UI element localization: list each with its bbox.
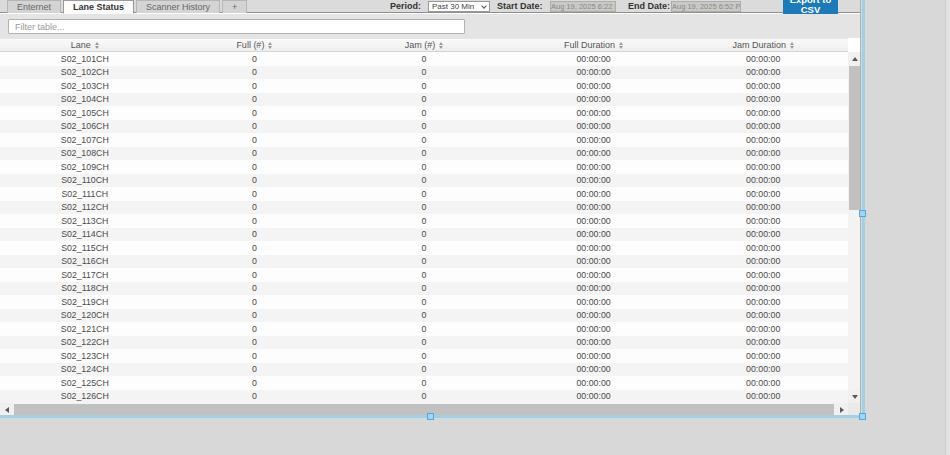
scroll-up-button[interactable]: [848, 52, 861, 65]
cell-full-duration: 00:00:00: [509, 216, 679, 226]
cell-jam-duration: 00:00:00: [678, 351, 848, 361]
table-row[interactable]: S02_109CH0000:00:0000:00:00: [0, 160, 848, 174]
table-row[interactable]: S02_105CH0000:00:0000:00:00: [0, 106, 848, 120]
cell-full-duration: 00:00:00: [509, 310, 679, 320]
horizontal-scrollbar-thumb[interactable]: [14, 404, 834, 415]
cell-lane: S02_109CH: [0, 162, 170, 172]
cell-jam: 0: [339, 189, 509, 199]
cell-jam-duration: 00:00:00: [678, 94, 848, 104]
table-row[interactable]: S02_120CH0000:00:0000:00:00: [0, 309, 848, 323]
cell-jam: 0: [339, 337, 509, 347]
period-select[interactable]: Past 30 Min: [428, 1, 490, 12]
export-csv-button[interactable]: Export to CSV: [783, 0, 838, 15]
table-row[interactable]: S02_125CH0000:00:0000:00:00: [0, 376, 848, 390]
table-row[interactable]: S02_122CH0000:00:0000:00:00: [0, 336, 848, 350]
column-header-lane[interactable]: Lane: [0, 39, 170, 51]
cell-lane: S02_116CH: [0, 256, 170, 266]
cell-jam-duration: 00:00:00: [678, 162, 848, 172]
scroll-down-button[interactable]: [848, 390, 861, 403]
table-row[interactable]: S02_126CH0000:00:0000:00:00: [0, 390, 848, 404]
cell-full: 0: [170, 162, 340, 172]
filter-toolbar: [0, 14, 860, 38]
column-header-jam-duration[interactable]: Jam Duration: [678, 39, 848, 51]
filter-table-input[interactable]: [8, 19, 465, 34]
cell-jam: 0: [339, 67, 509, 77]
cell-full-duration: 00:00:00: [509, 108, 679, 118]
table-row[interactable]: S02_114CH0000:00:0000:00:00: [0, 228, 848, 242]
column-header-jam[interactable]: Jam (#): [339, 39, 509, 51]
cell-full-duration: 00:00:00: [509, 54, 679, 64]
table-row[interactable]: S02_117CH0000:00:0000:00:00: [0, 268, 848, 282]
table-row[interactable]: S02_107CH0000:00:0000:00:00: [0, 133, 848, 147]
cell-full: 0: [170, 324, 340, 334]
table-row[interactable]: S02_104CH0000:00:0000:00:00: [0, 93, 848, 107]
column-label: Full Duration: [564, 40, 615, 50]
cell-jam: 0: [339, 135, 509, 145]
table-row[interactable]: S02_113CH0000:00:0000:00:00: [0, 214, 848, 228]
column-header-full[interactable]: Full (#): [170, 39, 340, 51]
cell-jam: 0: [339, 324, 509, 334]
cell-jam: 0: [339, 310, 509, 320]
cell-jam-duration: 00:00:00: [678, 202, 848, 212]
cell-jam: 0: [339, 162, 509, 172]
cell-full-duration: 00:00:00: [509, 378, 679, 388]
selection-handle-bottom[interactable]: [427, 413, 434, 420]
table-row[interactable]: S02_115CH0000:00:0000:00:00: [0, 241, 848, 255]
cell-jam: 0: [339, 378, 509, 388]
cell-full: 0: [170, 202, 340, 212]
cell-jam-duration: 00:00:00: [678, 135, 848, 145]
cell-lane: S02_120CH: [0, 310, 170, 320]
table-row[interactable]: S02_116CH0000:00:0000:00:00: [0, 255, 848, 269]
cell-jam: 0: [339, 216, 509, 226]
selection-handle-corner[interactable]: [859, 413, 866, 420]
cell-jam: 0: [339, 270, 509, 280]
cell-lane: S02_118CH: [0, 283, 170, 293]
sort-icon: [268, 42, 272, 49]
table-row[interactable]: S02_121CH0000:00:0000:00:00: [0, 322, 848, 336]
table-row[interactable]: S02_124CH0000:00:0000:00:00: [0, 363, 848, 377]
vertical-scrollbar-thumb[interactable]: [849, 66, 860, 210]
tab-scanner-history[interactable]: Scanner History: [136, 0, 220, 13]
table-row[interactable]: S02_123CH0000:00:0000:00:00: [0, 349, 848, 363]
cell-lane: S02_111CH: [0, 189, 170, 199]
cell-lane: S02_113CH: [0, 216, 170, 226]
cell-full: 0: [170, 81, 340, 91]
cell-jam-duration: 00:00:00: [678, 121, 848, 131]
tab-enternet[interactable]: Enternet: [7, 0, 61, 13]
cell-full: 0: [170, 364, 340, 374]
table-row[interactable]: S02_102CH0000:00:0000:00:00: [0, 66, 848, 80]
selection-border-right: [862, 0, 865, 418]
cell-jam: 0: [339, 202, 509, 212]
cell-full-duration: 00:00:00: [509, 135, 679, 145]
cell-jam: 0: [339, 256, 509, 266]
cell-jam-duration: 00:00:00: [678, 54, 848, 64]
table-row[interactable]: S02_101CH0000:00:0000:00:00: [0, 52, 848, 66]
table-row[interactable]: S02_118CH0000:00:0000:00:00: [0, 282, 848, 296]
table-row[interactable]: S02_111CH0000:00:0000:00:00: [0, 187, 848, 201]
cell-jam-duration: 00:00:00: [678, 364, 848, 374]
cell-jam: 0: [339, 175, 509, 185]
cell-lane: S02_110CH: [0, 175, 170, 185]
cell-jam: 0: [339, 121, 509, 131]
table-row[interactable]: S02_110CH0000:00:0000:00:00: [0, 174, 848, 188]
start-date-field[interactable]: Aug 19, 2025 6:22 PM: [550, 1, 616, 12]
cell-jam-duration: 00:00:00: [678, 283, 848, 293]
selection-handle-right[interactable]: [859, 210, 866, 217]
table-row[interactable]: S02_106CH0000:00:0000:00:00: [0, 120, 848, 134]
end-date-field[interactable]: Aug 19, 2025 6:52 PM: [671, 1, 741, 12]
vertical-scrollbar[interactable]: [848, 52, 861, 403]
cell-full-duration: 00:00:00: [509, 297, 679, 307]
cell-full-duration: 00:00:00: [509, 256, 679, 266]
tab-lane-status[interactable]: Lane Status: [63, 0, 134, 14]
period-select-value: Past 30 Min: [432, 2, 474, 11]
cell-full: 0: [170, 135, 340, 145]
cell-lane: S02_101CH: [0, 54, 170, 64]
table-row[interactable]: S02_103CH0000:00:0000:00:00: [0, 79, 848, 93]
cell-full-duration: 00:00:00: [509, 148, 679, 158]
cell-full-duration: 00:00:00: [509, 175, 679, 185]
table-row[interactable]: S02_119CH0000:00:0000:00:00: [0, 295, 848, 309]
tab-add[interactable]: +: [222, 0, 247, 13]
table-row[interactable]: S02_112CH0000:00:0000:00:00: [0, 201, 848, 215]
column-header-full-duration[interactable]: Full Duration: [509, 39, 679, 51]
table-row[interactable]: S02_108CH0000:00:0000:00:00: [0, 147, 848, 161]
